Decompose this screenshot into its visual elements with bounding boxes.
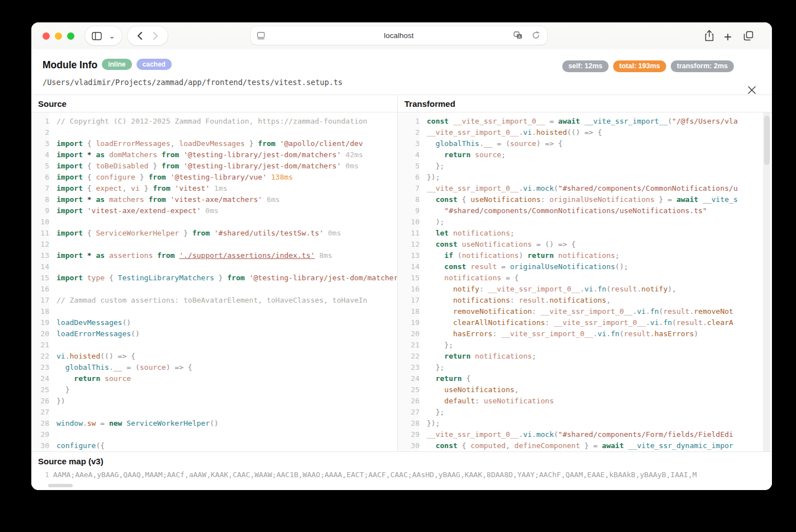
self-time-badge: self: 12ms <box>562 60 609 72</box>
code-token: computed <box>470 441 506 450</box>
code-token: { <box>83 184 96 192</box>
code-token: } <box>179 229 192 237</box>
code-line: 17// Zammad custom assertions: toBeAvata… <box>31 295 397 306</box>
code-token: const <box>436 441 458 450</box>
code-token: result <box>466 262 497 271</box>
code-token: : <box>545 318 554 327</box>
code-token: ; <box>510 229 515 237</box>
code-token: '#shared/utils/testSw.ts' <box>210 229 324 237</box>
code-token: __vite_ssr_dynamic_impor <box>624 441 733 450</box>
code-token: notifications <box>462 251 519 260</box>
module-link[interactable]: './support/assertions/index.ts' <box>179 251 315 260</box>
code-line: 9 "#shared/components/CommonNotification… <box>397 205 772 216</box>
translate-icon[interactable]: A <box>514 31 522 40</box>
code-token: let <box>436 229 449 237</box>
code-line: 19 clearAllNotifications: __vite_ssr_imp… <box>397 317 772 328</box>
code-token: notify <box>642 285 668 293</box>
code-token: "#shared/components/CommonNotifications/… <box>444 206 707 215</box>
line-number: 11 <box>31 228 53 239</box>
browser-toolbar: ⌄ localhost A <box>31 22 772 49</box>
tab-overview-icon[interactable] <box>743 30 754 41</box>
code-token: , <box>606 296 611 304</box>
inline-badge: inline <box>102 59 131 70</box>
line-number: 27 <box>31 407 53 418</box>
line-number: 16 <box>397 284 423 295</box>
code-token: 42ms <box>341 150 363 159</box>
sidebar-toggle-icon[interactable] <box>92 32 102 40</box>
code-line: 21 }; <box>397 340 772 351</box>
code-token <box>56 374 74 383</box>
line-number: 19 <box>397 317 423 328</box>
code-token: useNotifications <box>470 195 540 204</box>
code-line: 28}); <box>397 418 772 429</box>
forward-icon[interactable] <box>153 31 158 40</box>
line-number: 24 <box>31 373 53 384</box>
close-icon[interactable] <box>747 85 757 95</box>
code-line: 1const __vite_ssr_import_0__ = await __v… <box>397 116 772 127</box>
code-token: = () => { <box>532 240 576 248</box>
line-number: 20 <box>397 328 423 340</box>
line-number: 17 <box>31 295 53 306</box>
line-number: 14 <box>397 261 423 272</box>
code-token: } <box>245 139 258 148</box>
line-number: 16 <box>31 284 53 295</box>
code-token: 0ms <box>341 162 359 170</box>
close-window-button[interactable] <box>43 32 50 40</box>
line-number: 21 <box>31 340 53 351</box>
code-token: () <box>122 318 131 327</box>
transformed-scrollbar-thumb[interactable] <box>764 116 770 165</box>
transformed-scrollbar-track[interactable] <box>763 112 770 451</box>
code-token: as <box>96 195 105 204</box>
code-token: import <box>56 139 83 148</box>
code-token: notifications <box>470 352 532 360</box>
code-token: . <box>83 419 87 427</box>
minimize-window-button[interactable] <box>55 32 62 40</box>
code-token: . <box>532 128 536 136</box>
code-token: originalUseNotifications <box>510 262 615 271</box>
back-icon[interactable] <box>137 31 143 40</box>
code-token: from <box>153 184 170 192</box>
reload-icon[interactable] <box>531 31 540 40</box>
code-token: loadDevMessages <box>56 318 122 327</box>
line-number: 14 <box>31 261 53 272</box>
code-line: 16 <box>31 284 397 295</box>
code-token: . <box>606 329 611 338</box>
maximize-window-button[interactable] <box>67 32 74 40</box>
chevron-down-icon[interactable]: ⌄ <box>109 32 115 40</box>
code-token: __vite_ssr_import_0__ <box>449 117 545 125</box>
code-token: : <box>479 285 488 293</box>
code-token: ; <box>532 352 536 360</box>
line-number: 30 <box>31 440 53 451</box>
line-number: 5 <box>31 161 53 172</box>
code-token: () <box>131 329 140 338</box>
share-icon[interactable] <box>704 30 715 42</box>
line-number: 15 <box>397 272 423 284</box>
code-token: if <box>444 251 453 260</box>
code-token: notifications <box>549 296 606 304</box>
code-token: from <box>144 195 166 204</box>
code-token: : <box>532 307 541 316</box>
code-token: ( <box>672 318 676 327</box>
url-bar[interactable]: localhost A <box>251 26 547 45</box>
code-token <box>427 352 444 360</box>
line-number: 7 <box>31 183 53 194</box>
code-token: { <box>458 195 470 204</box>
code-token: { <box>83 162 96 170</box>
code-token: } <box>140 184 153 192</box>
code-token: vi <box>585 285 594 293</box>
code-token: removeNot <box>694 307 733 316</box>
code-token: import <box>56 229 83 237</box>
code-line: 17 notifications: result.notifications, <box>397 295 772 306</box>
line-number: 15 <box>31 272 53 284</box>
code-token: = <box>497 262 510 271</box>
line-number: 22 <box>397 351 423 362</box>
line-number: 8 <box>397 194 423 205</box>
code-token: (() => { <box>567 128 602 136</box>
code-token: ( <box>453 251 462 260</box>
code-token: __vite_ssr_import_0__ <box>488 285 580 293</box>
code-token: const <box>436 240 458 248</box>
code-token: = <box>545 117 558 125</box>
code-token: ( <box>606 285 611 293</box>
new-tab-icon[interactable]: + <box>724 29 732 45</box>
source-map-scrollbar[interactable] <box>48 484 73 487</box>
